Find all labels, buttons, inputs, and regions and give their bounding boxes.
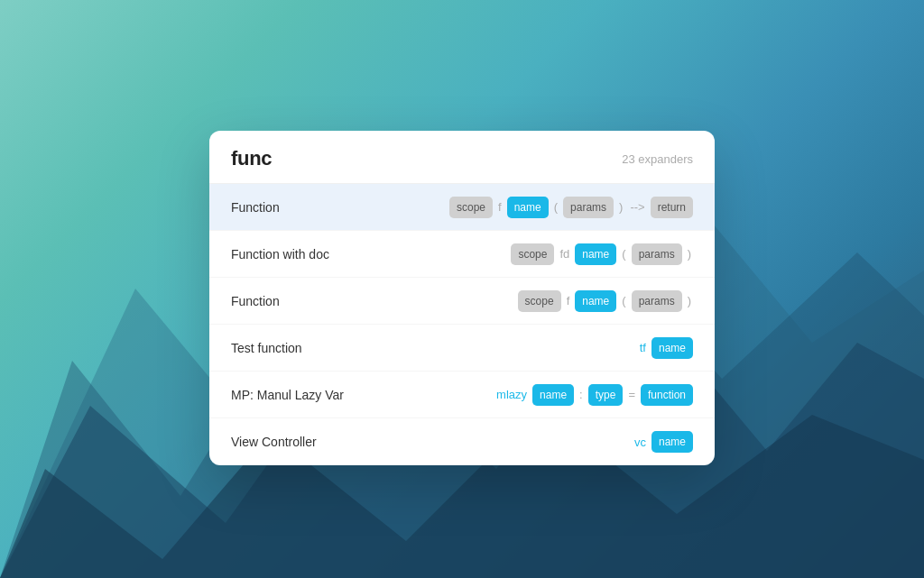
token-blue: name [532,384,574,406]
row-label: View Controller [231,435,317,449]
token-gray: params [563,197,614,218]
row-tokens: scopefname(params)-->return [449,197,693,218]
expanders-count: 23 expanders [622,152,693,166]
row-tokens: tfname [638,337,693,359]
token-text: ( [620,243,627,265]
table-row[interactable]: View Controllervcname [209,418,715,465]
token-blue: function [641,384,693,406]
token-gray: return [651,197,693,218]
token-gray: scope [449,197,493,218]
token-gray: scope [518,290,561,312]
token-text: ( [620,290,627,312]
row-tokens: mlazyname:type=function [494,384,693,406]
token-text: f [496,197,504,218]
card-title: func [231,147,272,170]
row-label: MP: Manul Lazy Var [231,388,344,402]
token-text: f [565,290,572,312]
token-text: fd [558,243,571,265]
token-blue: name [575,243,616,265]
token-blue: name [651,337,693,359]
token-blue: name [507,197,549,218]
token-cyan-text: tf [638,337,648,359]
token-text: ) [686,290,693,312]
token-text: : [578,384,585,406]
token-blue: type [588,384,624,406]
token-blue: name [575,290,616,312]
table-row[interactable]: Functionscopefname(params) [209,278,715,325]
token-gray: params [632,290,682,312]
row-label: Function [231,294,280,308]
token-cyan-text: mlazy [494,384,529,406]
table-row[interactable]: Test functiontfname [209,325,715,372]
row-label: Function [231,200,280,215]
token-cyan-text: vc [633,431,648,453]
token-gray: params [632,243,682,265]
token-gray: scope [511,243,554,265]
token-text: ) [617,197,624,218]
row-label: Function with doc [231,247,329,261]
table-row[interactable]: Function with docscopefdname(params) [209,231,715,278]
token-text: = [626,384,637,406]
row-tokens: vcname [633,431,693,453]
table-row[interactable]: Functionscopefname(params)-->return [209,184,715,231]
row-tokens: scopefdname(params) [511,243,693,265]
token-arrow: --> [628,197,646,218]
rows-container: Functionscopefname(params)-->returnFunct… [209,184,715,465]
card-header: func 23 expanders [209,131,715,184]
token-text: ) [686,243,693,265]
row-tokens: scopefname(params) [518,290,693,312]
main-card: func 23 expanders Functionscopefname(par… [209,131,715,465]
token-text: ( [552,197,559,218]
table-row[interactable]: MP: Manul Lazy Varmlazyname:type=functio… [209,372,715,418]
token-blue: name [651,431,693,453]
row-label: Test function [231,341,302,355]
